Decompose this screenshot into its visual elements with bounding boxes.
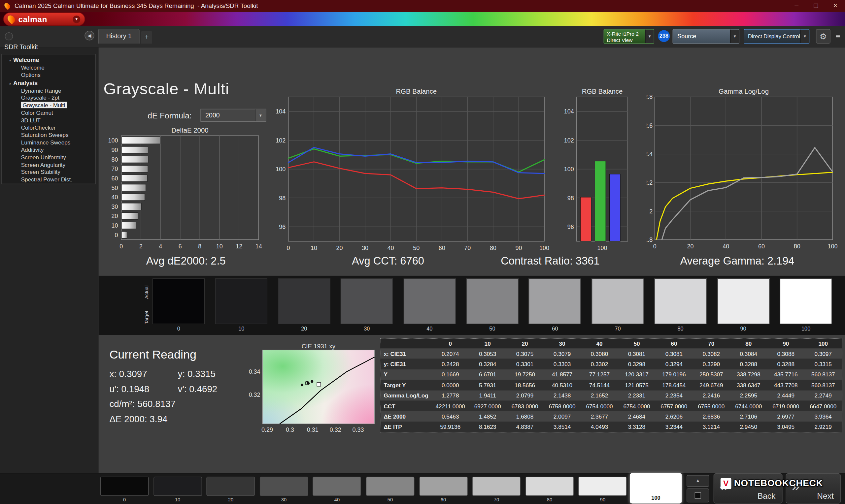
patch-color <box>313 476 362 496</box>
patch-label: 100 <box>630 495 682 501</box>
sidebar-item-options[interactable]: Options <box>2 72 95 79</box>
sidebar-item-welcome[interactable]: Welcome <box>2 64 95 72</box>
table-cell: 338.6347 <box>730 382 767 388</box>
patch-button-80[interactable]: 80 <box>526 476 574 501</box>
chevron-down-icon: ▾ <box>73 16 80 23</box>
swatch-label: 30 <box>341 326 393 332</box>
sidebar-item-screen-angularity[interactable]: Screen Angularity <box>2 161 95 169</box>
patch-button-30[interactable]: 30 <box>260 476 308 501</box>
patch-label: 50 <box>366 497 415 502</box>
patch-row: ▲ « Back » Next V NOTEBOOKCHECK 01020304… <box>0 473 845 504</box>
grayscale-swatch-60: 60 <box>529 278 581 324</box>
patch-button-90[interactable]: 90 <box>578 476 627 501</box>
cie-1931-chart: 0.290.30.310.320.330.340.32 <box>245 342 388 442</box>
deltae-bar-chart: 024681012141009080706050403020100 <box>102 133 264 255</box>
sidebar-item-dynamic-range[interactable]: Dynamic Range <box>2 87 95 95</box>
patch-label: 90 <box>578 497 627 502</box>
window-controls: – □ × <box>787 0 845 12</box>
sidebar-item-screen-stability[interactable]: Screen Stability <box>2 169 95 177</box>
patch-button-0[interactable]: 0 <box>100 476 149 501</box>
table-col-header: 40 <box>581 340 618 347</box>
patch-button-10[interactable]: 10 <box>154 476 202 501</box>
back-label: Back <box>758 491 775 500</box>
sidebar-item-screen-uniformity[interactable]: Screen Uniformity <box>2 154 95 162</box>
patch-button-70[interactable]: 70 <box>472 476 521 501</box>
grayscale-swatch-80: 80 <box>654 278 706 324</box>
table-cell: 59.9136 <box>432 424 469 430</box>
titlebar: Calman 2025 Calman Ultimate for Business… <box>0 0 845 12</box>
tree-expand-icon: ▴ <box>9 81 11 85</box>
table-cell: 443.7708 <box>767 382 805 388</box>
table-cell: 1.2778 <box>432 392 469 399</box>
meter-dropdown[interactable]: X-Rite i1Pro 2 Direct View ▼ <box>604 29 654 43</box>
table-cell: 1.9411 <box>469 392 506 399</box>
table-cell: 2.2354 <box>655 392 692 399</box>
settings-gear-button[interactable]: ⚙ <box>816 29 830 43</box>
sidebar-item-luminance-sweeps[interactable]: Luminance Sweeps <box>2 139 95 147</box>
menu-button[interactable]: ≡ <box>832 29 843 43</box>
table-col-header: 80 <box>730 340 767 347</box>
table-cell: 6758.0000 <box>544 403 581 409</box>
table-cell: 250.5307 <box>692 372 730 378</box>
new-tab-button[interactable]: + <box>141 31 152 43</box>
swatch-color <box>341 278 393 324</box>
sidebar-group-analysis[interactable]: ▴Analysis <box>2 79 95 87</box>
table-cell: 2.2749 <box>805 392 842 399</box>
collapse-sidebar-button[interactable]: ◀ <box>85 31 94 40</box>
tab-history[interactable]: History 1 <box>98 29 140 44</box>
next-chevrons-icon: » <box>792 478 799 495</box>
table-cell: 2.4684 <box>618 413 655 419</box>
sidebar-item-additivity[interactable]: Additivity <box>2 146 95 154</box>
patch-button-50[interactable]: 50 <box>366 476 415 501</box>
next-button[interactable]: » Next <box>786 473 841 503</box>
patch-button-20[interactable]: 20 <box>207 476 255 501</box>
sidebar-item-spectral-power-dist[interactable]: Spectral Power Dist. <box>2 176 95 184</box>
table-cell: 0.3301 <box>506 361 544 367</box>
svg-text:102: 102 <box>276 137 285 144</box>
back-button[interactable]: « Back <box>714 473 782 503</box>
table-col-header: 50 <box>618 340 655 347</box>
grayscale-swatch-20: 20 <box>278 278 330 324</box>
de-formula-dropdown[interactable]: 2000 ▼ <box>200 109 266 122</box>
svg-text:30: 30 <box>111 203 118 210</box>
table-row: x: CIE310.20740.30530.30750.30790.30800.… <box>381 348 842 359</box>
calman-logo-button[interactable]: calman ▾ <box>3 13 85 26</box>
meter-mode: Direct View <box>607 37 645 43</box>
sidebar-item-color-gamut[interactable]: Color Gamut <box>2 109 95 117</box>
svg-text:40: 40 <box>111 194 118 200</box>
svg-text:102: 102 <box>564 137 574 144</box>
back-chevrons-icon: « <box>720 478 727 495</box>
table-row: CCT42211.00006927.00006783.00006758.0000… <box>381 401 842 411</box>
patch-button-60[interactable]: 60 <box>419 476 468 501</box>
table-cell: 77.1257 <box>581 372 618 378</box>
table-cell: 0.1669 <box>432 372 469 378</box>
table-cell: 42211.0000 <box>432 403 469 409</box>
table-cell: 3.8514 <box>544 424 581 430</box>
table-cell: 0.3288 <box>767 361 805 367</box>
source-dropdown[interactable]: Source ▼ <box>673 29 739 43</box>
close-button[interactable]: × <box>826 0 845 12</box>
gamma-log-log-chart: 0204060801001.822.22.42.62.8 <box>647 95 841 252</box>
table-cell: 6757.0000 <box>655 403 692 409</box>
patch-button-100[interactable]: 100 <box>630 473 682 503</box>
sidebar-item-saturation-sweeps[interactable]: Saturation Sweeps <box>2 132 95 139</box>
stop-measure-button[interactable] <box>687 488 709 502</box>
sidebar-item-grayscale-multi[interactable]: Grayscale - Multi <box>2 102 95 109</box>
patch-button-40[interactable]: 40 <box>313 476 362 501</box>
maximize-button[interactable]: □ <box>806 0 826 12</box>
sidebar-item-3d-lut[interactable]: 3D LUT <box>2 117 95 124</box>
sidebar-item-colorchecker[interactable]: ColorChecker <box>2 124 95 132</box>
sidebar-item-grayscale-2pt[interactable]: Grayscale - 2pt <box>2 94 95 102</box>
display-control-dropdown[interactable]: Direct Display Control ▼ <box>744 29 809 43</box>
minimize-button[interactable]: – <box>787 0 806 12</box>
swatch-color <box>592 278 644 324</box>
svg-text:60: 60 <box>111 175 118 182</box>
deltae-chart-title: DeltaE 2000 <box>121 127 259 134</box>
table-cell: 179.0196 <box>655 372 692 378</box>
sidebar-group-welcome[interactable]: ▴Welcome <box>2 56 95 64</box>
table-cell: 74.5144 <box>581 382 618 388</box>
table-cell: 2.9450 <box>730 424 767 430</box>
table-cell: 0.5463 <box>432 413 469 419</box>
svg-text:80: 80 <box>111 156 118 163</box>
expand-patch-panel-button[interactable]: ▲ <box>687 475 709 487</box>
